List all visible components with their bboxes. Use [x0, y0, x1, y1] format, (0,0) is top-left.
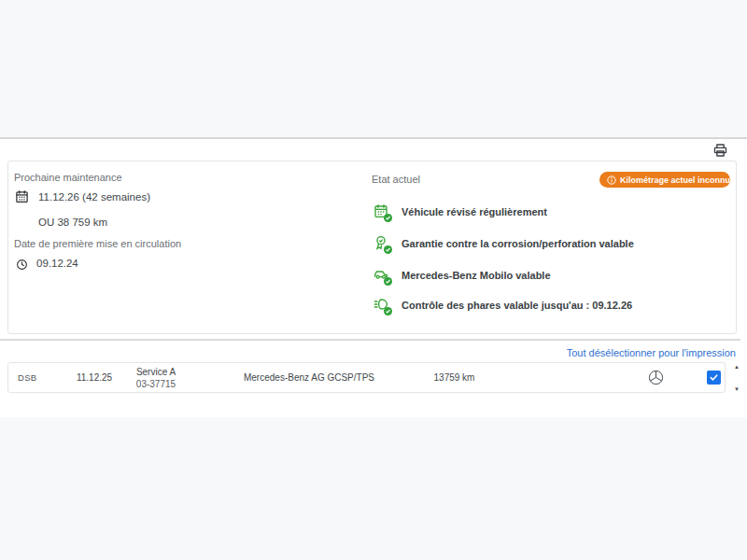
section-divider — [0, 339, 740, 341]
booklet-type: DSB — [18, 363, 55, 392]
status-item-warranty: Garantie contre la corrosion/perforation… — [374, 233, 634, 254]
calendar-check-icon — [374, 203, 390, 220]
mercedes-star-icon — [648, 370, 664, 385]
status-item-headlight: Contrôle des phares valable jusqu'au : 0… — [374, 295, 632, 315]
info-icon — [607, 175, 616, 185]
workshop-name: Mercedes-Benz AG GCSP/TPS — [225, 363, 393, 392]
clock-icon — [16, 258, 28, 274]
service-booklet-screen: Prochaine maintenance 11.12.26 (42 semai… — [0, 0, 747, 560]
status-text: Contrôle des phares valable jusqu'au : 0… — [402, 300, 632, 311]
next-maintenance-label: Prochaine maintenance — [14, 172, 122, 183]
service-record-row[interactable]: DSB 11.12.25 Service A 03-37715 Mercedes… — [7, 362, 726, 393]
service-name: Service A — [136, 366, 176, 378]
service-name-block: Service A 03-37715 — [119, 363, 193, 392]
service-code: 03-37715 — [136, 378, 176, 390]
calendar-icon — [15, 189, 29, 203]
status-text: Véhicule révisé régulièrement — [402, 206, 547, 217]
printer-icon — [712, 143, 728, 158]
mileage-value: 13759 km — [410, 363, 499, 392]
top-background-band — [0, 0, 747, 137]
current-state-label: Etat actuel — [372, 174, 420, 185]
status-text: Garantie contre la corrosion/perforation… — [402, 238, 634, 249]
print-select-checkbox[interactable] — [707, 371, 721, 385]
warning-badge-text: Kilométrage actuel inconnu. L'évalu ... — [620, 175, 730, 185]
headlight-check-icon — [374, 297, 390, 314]
service-date: 11.12.25 — [66, 363, 122, 392]
first-registration-date: 09.12.24 — [36, 258, 78, 269]
deselect-all-print-link[interactable]: Tout désélectionner pour l'impression — [567, 347, 736, 358]
scroll-down-icon[interactable]: ▼ — [731, 385, 742, 394]
first-registration-label: Date de première mise en circulation — [14, 238, 181, 249]
top-divider — [0, 137, 747, 139]
mileage-warning-badge[interactable]: Kilométrage actuel inconnu. L'évalu ... — [599, 172, 730, 188]
status-item-service: Véhicule révisé régulièrement — [374, 202, 547, 222]
next-maintenance-date: 11.12.26 (42 semaines) — [38, 191, 150, 203]
car-check-icon — [374, 267, 390, 284]
status-item-mobilo: Mercedes-Benz Mobilo valable — [374, 265, 551, 286]
next-maintenance-km: OU 38 759 km — [38, 217, 107, 228]
scroll-up-icon[interactable]: ▲ — [731, 362, 742, 371]
bottom-background-band — [0, 417, 747, 560]
warranty-seal-check-icon — [374, 235, 390, 252]
print-button[interactable] — [709, 140, 731, 161]
status-text: Mercedes-Benz Mobilo valable — [402, 270, 551, 281]
